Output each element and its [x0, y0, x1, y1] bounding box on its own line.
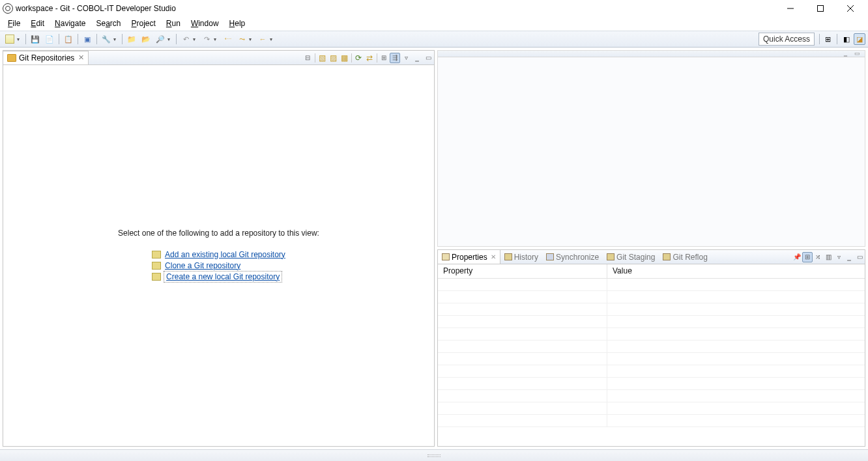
tab-git-reflog[interactable]: Git Reflog — [659, 250, 711, 264]
minimize-button[interactable] — [775, 0, 805, 16]
clone-repo-link[interactable]: Clone a Git repository — [165, 261, 240, 270]
create-repo-button[interactable]: ▩ — [339, 53, 349, 63]
editor-area: ‗ ▭ — [437, 50, 865, 247]
table-row — [438, 390, 865, 402]
tab-history[interactable]: History — [500, 250, 542, 264]
add-existing-repo-button[interactable]: ▧ — [317, 53, 327, 63]
save-all-button[interactable]: 📄 — [43, 33, 56, 46]
close-button[interactable] — [835, 0, 865, 16]
open-task-button[interactable]: 📂 — [139, 33, 152, 46]
toggle-breadcrumb-button[interactable]: 📋 — [62, 33, 75, 46]
create-repo-link[interactable]: Create a new local Git repository — [165, 272, 281, 281]
back-button[interactable]: ⬸ — [221, 33, 234, 46]
nav-back-button[interactable]: ← — [256, 33, 269, 46]
menu-help[interactable]: Help — [224, 18, 251, 29]
link-selection-button[interactable]: ⇶ — [390, 53, 400, 63]
table-row — [438, 291, 865, 303]
table-row — [438, 341, 865, 353]
svg-rect-1 — [818, 5, 824, 11]
properties-view-menu[interactable]: ▿ — [833, 252, 844, 262]
title-bar: workspace - Git - COBOL-IT Developer Stu… — [0, 0, 868, 16]
annotation-dropdown[interactable]: ▾ — [214, 36, 219, 42]
clone-repo-button[interactable]: ▨ — [328, 53, 338, 63]
menu-project[interactable]: Project — [126, 18, 160, 29]
show-categories-button[interactable]: ⊞ — [802, 252, 813, 262]
column-value[interactable]: Value — [607, 264, 637, 278]
tab-synchronize-label: Synchronize — [556, 253, 599, 262]
editor-maximize-button[interactable]: ▭ — [854, 50, 863, 58]
forward-button[interactable]: ⤳ — [235, 33, 248, 46]
menu-run[interactable]: Run — [161, 18, 186, 29]
debug-dropdown[interactable]: ▾ — [113, 36, 119, 42]
menu-navigate[interactable]: Navigate — [50, 18, 91, 29]
view-menu-button[interactable]: ▿ — [401, 53, 411, 63]
sash-grip-icon[interactable] — [427, 454, 441, 457]
refresh-button[interactable]: ⟳ — [353, 53, 364, 63]
add-existing-repo-link[interactable]: Add an existing local Git repository — [165, 250, 285, 259]
workspace: Git Repositories ✕ ⊟ ▧ ▨ ▩ ⟳ ⇄ ⊞ ⇶ ▿ ‗ ▭… — [0, 48, 868, 449]
synchronize-icon — [546, 253, 554, 260]
table-row — [438, 303, 865, 316]
properties-table-body — [438, 279, 865, 446]
menu-edit[interactable]: Edit — [25, 18, 50, 29]
table-row — [438, 279, 865, 291]
create-repo-icon — [152, 273, 161, 281]
maximize-button[interactable] — [805, 0, 835, 16]
table-row — [438, 415, 865, 427]
menu-bar: File Edit Navigate Search Project Run Wi… — [0, 16, 868, 31]
last-edit-dropdown[interactable]: ▾ — [193, 36, 198, 42]
table-row — [438, 378, 865, 390]
close-properties-icon[interactable]: ✕ — [491, 253, 496, 260]
git-repositories-tab-label: Git Repositories — [19, 53, 74, 63]
search-dropdown[interactable]: ▾ — [167, 36, 173, 42]
git-repositories-tab[interactable]: Git Repositories ✕ — [3, 51, 89, 64]
git-repositories-tabbar: Git Repositories ✕ ⊟ ▧ ▨ ▩ ⟳ ⇄ ⊞ ⇶ ▿ ‗ ▭ — [3, 51, 434, 65]
back-dropdown[interactable]: ▾ — [249, 36, 254, 42]
tab-synchronize[interactable]: Synchronize — [542, 250, 603, 264]
git-staging-icon — [607, 253, 615, 260]
search-button[interactable]: 🔎 — [154, 33, 167, 46]
table-row — [438, 353, 865, 365]
show-advanced-button[interactable]: ⤮ — [813, 252, 823, 262]
maximize-view-button[interactable]: ▭ — [423, 53, 433, 63]
properties-minimize-button[interactable]: ‗ — [844, 252, 854, 262]
minimize-view-button[interactable]: ‗ — [412, 53, 422, 63]
menu-file[interactable]: File — [3, 18, 25, 29]
hierarchy-button[interactable]: ⊞ — [379, 53, 389, 63]
menu-search[interactable]: Search — [91, 18, 126, 29]
new-dropdown[interactable]: ▾ — [17, 36, 22, 42]
clone-repo-icon — [152, 262, 161, 270]
perspective-cobol[interactable]: ◧ — [841, 33, 852, 45]
last-edit-button[interactable]: ↶ — [179, 33, 192, 46]
new-button[interactable] — [3, 33, 16, 46]
column-property[interactable]: Property — [438, 264, 607, 278]
console-button[interactable]: ▣ — [81, 33, 94, 46]
save-button[interactable]: 💾 — [29, 33, 42, 46]
collapse-all-button[interactable]: ⊟ — [302, 53, 313, 63]
open-type-button[interactable]: 📁 — [125, 33, 138, 46]
open-perspective-button[interactable]: ⊞ — [822, 33, 833, 45]
history-icon — [504, 253, 512, 260]
properties-maximize-button[interactable]: ▭ — [854, 252, 865, 262]
debug-button[interactable]: 🔧 — [100, 33, 113, 46]
bottom-tabbar: Properties ✕ History Synchronize Git Sta… — [438, 250, 865, 264]
close-tab-icon[interactable]: ✕ — [78, 53, 84, 62]
pin-button[interactable]: 📌 — [792, 252, 802, 262]
main-toolbar: ▾ 💾 📄 📋 ▣ 🔧 ▾ 📁 📂 🔎 ▾ ↶ ▾ ↷ ▾ ⬸ ⤳ ▾ ← ▾ … — [0, 31, 868, 48]
next-annotation-button[interactable]: ↷ — [200, 33, 213, 46]
menu-window[interactable]: Window — [186, 18, 224, 29]
tab-git-staging-label: Git Staging — [616, 253, 655, 262]
perspective-git[interactable]: ◪ — [854, 33, 865, 45]
tab-history-label: History — [514, 253, 538, 262]
editor-minimize-button[interactable]: ‗ — [844, 50, 853, 58]
table-row — [438, 402, 865, 415]
nav-dropdown[interactable]: ▾ — [270, 36, 275, 42]
link-editor-button[interactable]: ⇄ — [364, 53, 375, 63]
restore-default-button[interactable]: ▥ — [823, 252, 833, 262]
quick-access-input[interactable]: Quick Access — [759, 33, 815, 46]
tab-properties[interactable]: Properties ✕ — [437, 250, 500, 264]
table-row — [438, 316, 865, 328]
add-existing-icon — [152, 251, 161, 258]
git-reflog-icon — [663, 253, 671, 260]
tab-git-staging[interactable]: Git Staging — [603, 250, 659, 264]
